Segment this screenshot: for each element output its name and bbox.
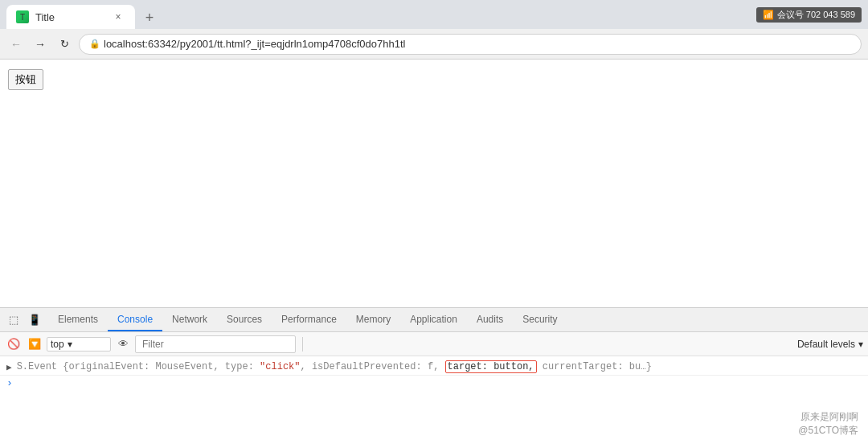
- signal-icon: 📶: [763, 10, 774, 20]
- tab-application[interactable]: Application: [400, 308, 467, 331]
- default-levels-dropdown[interactable]: Default levels ▾: [797, 339, 863, 350]
- tab-audits[interactable]: Audits: [467, 308, 513, 331]
- tab-security[interactable]: Security: [513, 308, 567, 331]
- console-highlighted-target: target: button,: [445, 360, 537, 373]
- console-prompt-icon: ›: [6, 377, 13, 389]
- console-text-current: currentTarget: bu…: [537, 361, 646, 372]
- inspect-element-button[interactable]: ⬚: [5, 311, 23, 329]
- console-filter-input[interactable]: [135, 335, 296, 353]
- clear-console-button[interactable]: 🚫: [5, 335, 23, 353]
- url-bar[interactable]: 🔒 localhost:63342/py2001/tt.html?_ijt=eq…: [79, 34, 862, 55]
- console-text-end: }: [646, 361, 652, 372]
- console-text-prefix: S.Event {originalEvent: MouseEvent, type…: [17, 361, 260, 372]
- title-bar: T Title × + 📶 会议号 702 043 589: [0, 0, 868, 29]
- console-text-mid: , isDefaultPrevented: f,: [301, 361, 445, 372]
- filter-toggle-button[interactable]: 🔽: [26, 335, 43, 353]
- title-bar-right: 📶 会议号 702 043 589: [756, 7, 862, 23]
- meeting-text: 会议号 702 043 589: [777, 9, 855, 21]
- forward-button[interactable]: →: [31, 35, 50, 54]
- devtools-tab-bar: ⬚ 📱 Elements Console Network Sources Per…: [0, 308, 868, 332]
- tab-sources[interactable]: Sources: [217, 308, 272, 331]
- tab-title: Title: [35, 11, 104, 23]
- browser-window: T Title × + 📶 会议号 702 043 589 ← → ↻ 🔒 lo…: [0, 0, 868, 444]
- reload-button[interactable]: ↻: [55, 35, 74, 54]
- console-toolbar: 🚫 🔽 top ▾ 👁 Default levels ▾: [0, 332, 868, 356]
- tab-elements[interactable]: Elements: [48, 308, 108, 331]
- device-toggle-button[interactable]: 📱: [26, 311, 43, 329]
- lock-icon: 🔒: [89, 39, 100, 49]
- console-output: ▶ S.Event {originalEvent: MouseEvent, ty…: [0, 356, 868, 444]
- url-text: localhost:63342/py2001/tt.html?_ijt=eqjd…: [104, 38, 405, 50]
- expand-arrow-icon[interactable]: ▶: [6, 362, 12, 372]
- console-line-1: ▶ S.Event {originalEvent: MouseEvent, ty…: [0, 360, 868, 376]
- tab-console[interactable]: Console: [108, 308, 162, 331]
- context-selector[interactable]: top ▾: [47, 337, 111, 352]
- tab-favicon: T: [16, 10, 29, 23]
- meeting-badge: 📶 会议号 702 043 589: [756, 7, 862, 23]
- page-content: 按钮: [0, 60, 868, 307]
- page-button[interactable]: 按钮: [8, 69, 43, 90]
- back-button[interactable]: ←: [6, 35, 26, 54]
- toolbar-divider: [302, 337, 303, 352]
- context-arrow-icon: ▾: [68, 339, 72, 350]
- default-levels-label: Default levels: [797, 339, 855, 350]
- context-label: top: [51, 339, 64, 350]
- new-tab-button[interactable]: +: [138, 6, 161, 29]
- devtools-left-icons: ⬚ 📱: [0, 308, 48, 331]
- default-levels-arrow-icon: ▾: [858, 339, 863, 350]
- console-string-value: "click": [260, 361, 300, 372]
- tab-memory[interactable]: Memory: [346, 308, 400, 331]
- address-bar: ← → ↻ 🔒 localhost:63342/py2001/tt.html?_…: [0, 29, 868, 60]
- tab-bar: T Title × +: [6, 0, 756, 29]
- console-text-1: S.Event {originalEvent: MouseEvent, type…: [17, 361, 652, 372]
- devtools-panel: ⬚ 📱 Elements Console Network Sources Per…: [0, 307, 868, 444]
- eye-button[interactable]: 👁: [114, 335, 132, 353]
- tab-close-button[interactable]: ×: [111, 10, 125, 24]
- console-prompt-line: ›: [0, 376, 868, 391]
- browser-tab[interactable]: T Title ×: [6, 5, 135, 29]
- tab-network[interactable]: Network: [162, 308, 217, 331]
- tab-performance[interactable]: Performance: [272, 308, 346, 331]
